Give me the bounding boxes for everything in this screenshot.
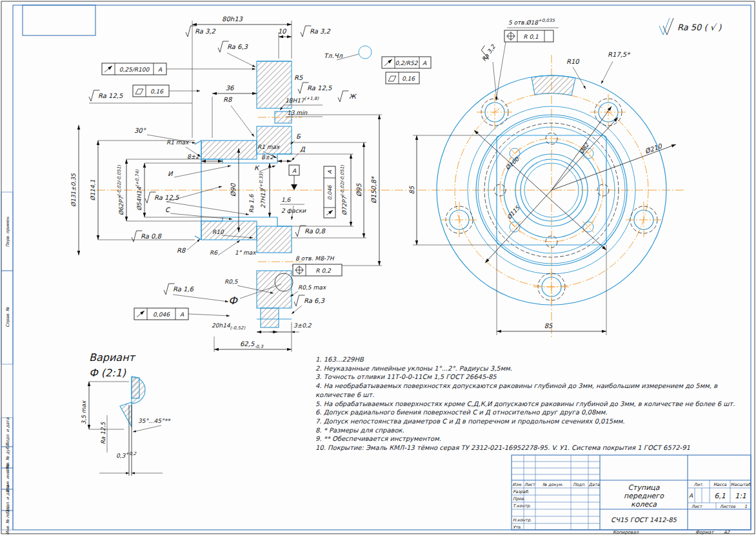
dim-80h13: 80h13 <box>222 15 243 23</box>
dim-d90: Ø90 <box>230 182 237 197</box>
tb-mass-value: 6,1 <box>714 492 726 500</box>
dim-angle-3545: 35°...45°** <box>138 418 171 424</box>
svg-text:А: А <box>327 170 333 174</box>
r6: R6 <box>210 249 218 256</box>
letter-b: Б <box>296 133 301 140</box>
tb-scale-header: Масштаб <box>731 482 751 487</box>
tol-frame-runout-046-vert: 0,046 А <box>324 166 335 218</box>
copied-label: Копировал <box>613 530 639 535</box>
format-label: Формат <box>695 530 714 535</box>
dim-27h13: 27Н13(+0,33) <box>259 171 266 208</box>
format-value: А2 <box>724 530 730 535</box>
corner-stamp-box <box>23 5 95 35</box>
letter-k: К <box>254 164 260 171</box>
note-line: 8. * Размеры для справок. <box>315 426 746 435</box>
ra08-right: Ra 0,8 <box>304 228 326 235</box>
svg-text:R 0,1: R 0,1 <box>523 34 539 40</box>
datum-triangle <box>291 184 297 190</box>
datum-a: А <box>289 165 299 190</box>
ra32-front: Ra 3,2 <box>481 43 497 63</box>
ra125-variant: Ra 12,5 <box>100 421 106 444</box>
ra16-vert: Ra 1,6 <box>248 193 255 213</box>
svg-text:0,16: 0,16 <box>402 75 415 82</box>
note-line: 6. Допуск радиального биения поверхносте… <box>315 408 746 417</box>
front-view: Ø210 Ø82 Ø100 Ø115 85 85 5 отв.Ø18+0,035… <box>408 18 684 338</box>
letter-f: Ф <box>228 295 238 307</box>
dim-d95: Ø95 <box>355 183 363 197</box>
dim-d1508: Ø150,8* <box>370 175 377 203</box>
tb-row-utv: Утв. <box>513 525 522 530</box>
tb-row-prov: Пров. <box>513 496 525 501</box>
dim-d210: Ø210 <box>644 142 664 155</box>
svg-text:0,16: 0,16 <box>150 88 164 95</box>
general-roughness-note: Ra 50 ( √ ) <box>659 18 722 35</box>
tol-frame-runout-r100: 0,25/R100 А <box>102 63 255 75</box>
ra08-left: Ra 0,8 <box>141 233 163 240</box>
margin-stamps: Перв. примен. Справ. № Подп. и дата Инв.… <box>1 192 13 534</box>
dim-10: 10 <box>278 28 287 35</box>
svg-text:R 0,2: R 0,2 <box>315 268 332 274</box>
tol-frame-runout-046-bottom: 0,046 А <box>134 308 230 320</box>
ra16-bottom: Ra 1,6 <box>173 286 195 293</box>
dim-03: 0,3+0,2 <box>116 451 137 459</box>
stamp-podp-data-1: Подп. и дата <box>5 417 10 446</box>
tol-frame-position-d18: R 0,1 <box>504 30 553 42</box>
part-name-line2: переднего <box>624 492 664 500</box>
tb-sheet-label: Лист <box>691 504 703 509</box>
dim-30deg: 30° <box>134 127 146 134</box>
tb-col-izm: Изм. <box>512 482 522 487</box>
label-tlchl: Тл.Чл <box>324 52 343 59</box>
note-line: 7. Допуск непостоянства диаметров С и Д … <box>315 417 746 426</box>
tb-col-doc: № докум. <box>542 482 563 487</box>
r05max: R0,5 max <box>298 284 327 291</box>
letter-i: И <box>168 170 174 177</box>
svg-text:А: А <box>423 60 427 66</box>
ra63-top: Ra 6,3 <box>227 43 248 50</box>
tb-col-data: Дата <box>589 482 601 487</box>
dim-3pm02: 3±0,2 <box>293 322 312 329</box>
r1max-right: R1 max <box>257 144 281 150</box>
label-5-holes-d18: 5 отв.Ø18+0,035 <box>508 18 555 26</box>
svg-text:0,046: 0,046 <box>327 185 333 200</box>
tb-col-list: Лист <box>524 482 536 487</box>
note-line: 10. Покрытие: Эмаль КМЛ-13 тёмно серая Т… <box>315 443 746 452</box>
dim-625: 62,5-0,3 <box>240 340 263 349</box>
part-name-line3: колеса <box>631 500 657 509</box>
label-8-holes-m8: 8 отв. М8-7Н <box>295 255 335 262</box>
rim-lip-section <box>261 308 279 327</box>
tb-scale-value: 1:1 <box>735 492 746 500</box>
rim-notch-section <box>532 75 575 95</box>
ra125-right: Ra 12,5 <box>307 84 332 92</box>
variant-detail-view: Вариант Ф (2:1) 3,5 max Ra 12,5 35°...45… <box>81 351 171 476</box>
svg-text:0,046: 0,046 <box>153 311 170 318</box>
stamp-inv-podl: Инв. № подл. <box>5 506 10 535</box>
tol-frame-flat-left: 0,16 <box>133 85 200 97</box>
note-line: 4. На необрабатываемых поверхностях допу… <box>315 382 746 399</box>
technical-notes: 1. 163...229НВ 2. Неуказанные линейные у… <box>315 355 746 452</box>
dim-8pm2-right: 8±2 <box>261 154 274 160</box>
dim-8pm2-left: 8±2 <box>187 153 200 160</box>
ra125-left: Ra 12,5 <box>98 92 123 99</box>
dim-d114: Ø114,1 <box>90 179 96 200</box>
dim-13min: 13 min <box>287 110 308 116</box>
ra125-mid: Ra 12,5 <box>154 194 179 201</box>
note-line: 5. На обрабатываемых поверхностях кроме … <box>315 400 746 409</box>
dim-d54h14: Ø54Н14(+0,74) <box>135 170 143 211</box>
stamp-sprav-n: Справ. № <box>5 307 10 327</box>
ra32-left: Ra 3,2 <box>195 28 216 35</box>
tb-sheets-label: Листов <box>720 504 736 509</box>
dim-18h17: 18Н17(+1,8) <box>285 96 319 104</box>
dim-d62p7: Ø62P7(-0,02/-0,051) <box>117 165 124 215</box>
r1max-left: R1 max <box>166 139 190 146</box>
letter-s: С <box>165 206 171 213</box>
svg-text:А: А <box>158 66 163 73</box>
r10: R10 <box>212 229 224 235</box>
dim-35max: 3,5 max <box>81 400 87 424</box>
general-roughness-label: Ra 50 ( √ ) <box>677 23 722 32</box>
dim-chamfer: 1,6 <box>281 197 292 203</box>
part-name-line1: Ступица <box>628 483 659 492</box>
ra63-bottom: Ra 6,3 <box>304 297 325 304</box>
dim-36: 36 <box>226 84 235 92</box>
tb-row-nkontr: Н.контр. <box>513 518 532 523</box>
letter-zh: Ж <box>349 93 357 100</box>
